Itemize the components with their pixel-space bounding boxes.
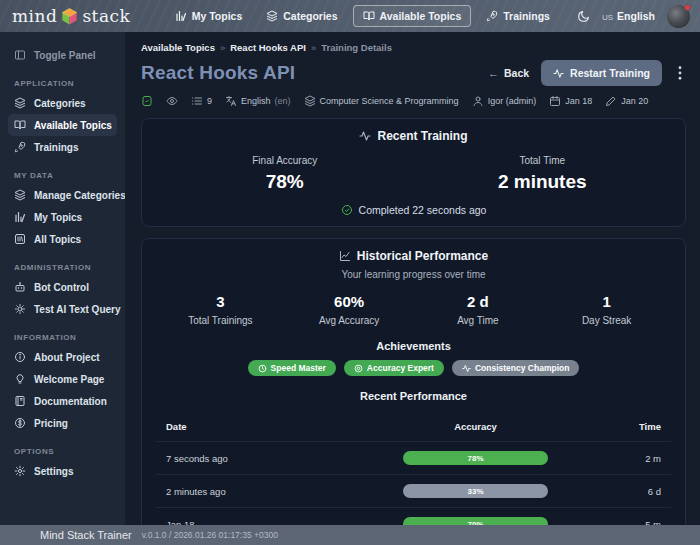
user-icon	[472, 95, 484, 107]
badge-label: Speed Master	[271, 363, 326, 373]
sidebar-item-manage-categories[interactable]: Manage Categories	[8, 184, 117, 206]
nav-trainings[interactable]: Trainings	[477, 6, 559, 26]
restart-training-button[interactable]: Restart Training	[541, 60, 662, 86]
open-book-icon	[363, 10, 375, 22]
sidebar-item-label: Manage Categories	[34, 190, 125, 201]
stat-avg-accuracy: 60% Avg Accuracy	[285, 293, 414, 326]
breadcrumb: Available Topics » React Hooks API » Tra…	[141, 42, 686, 53]
restart-label: Restart Training	[570, 67, 650, 79]
badge-label: Consistency Champion	[475, 363, 569, 373]
sidebar-item-label: Test AI Text Query	[34, 304, 121, 315]
nav-categories[interactable]: Categories	[257, 6, 346, 26]
sidebar-item-label: About Project	[34, 352, 100, 363]
accuracy-value: 33%	[468, 487, 484, 496]
navbar-menu: My Topics Categories Available Topics	[166, 5, 559, 27]
layers-icon	[266, 10, 278, 22]
sidebar-item-test-ai-text-query[interactable]: Test AI Text Query	[8, 298, 117, 320]
layers-icon	[14, 97, 26, 109]
sidebar-section-options: OPTIONS	[14, 447, 111, 456]
topic-meta-row: 9 English (en) Computer Science & Progra…	[141, 95, 686, 107]
accuracy-pill: 33%	[403, 484, 548, 498]
items-count-value: 9	[207, 96, 212, 106]
more-options-button[interactable]	[674, 64, 686, 82]
activity-icon	[359, 130, 371, 142]
calendar-icon	[549, 95, 561, 107]
clock-icon	[258, 364, 267, 373]
sidebar: Toggle Panel APPLICATION Categories Avai…	[0, 32, 125, 525]
sidebar-item-pricing[interactable]: Pricing	[8, 412, 117, 434]
header-date: Date	[166, 421, 350, 432]
sidebar-section-administration: ADMINISTRATION	[14, 263, 111, 272]
owner-value: Igor (admin)	[488, 96, 537, 106]
sidebar-item-label: My Topics	[34, 212, 82, 223]
app-logo[interactable]: mind stack	[12, 6, 130, 26]
stat-value: 1	[542, 293, 671, 310]
sidebar-item-bot-control[interactable]: Bot Control	[8, 276, 117, 298]
toggle-panel-button[interactable]: Toggle Panel	[8, 44, 117, 66]
table-row: Jan 18 70% 5 m	[156, 508, 671, 525]
items-count-chip: 9	[191, 95, 212, 107]
accuracy-value: 78%	[468, 454, 484, 463]
sidebar-item-label: Pricing	[34, 418, 68, 429]
logo-text-mind: mind	[12, 6, 57, 26]
layers-icon	[304, 95, 316, 107]
stat-value: 60%	[285, 293, 414, 310]
stat-label: Day Streak	[542, 315, 671, 326]
sidebar-item-settings[interactable]: Settings	[8, 460, 117, 482]
stat-value: 3	[156, 293, 285, 310]
language-switcher[interactable]: US English	[602, 10, 655, 22]
sidebar-section-information: INFORMATION	[14, 333, 111, 342]
back-button[interactable]: ← Back	[488, 67, 529, 79]
sidebar-item-documentation[interactable]: Documentation	[8, 390, 117, 412]
check-circle-icon	[341, 204, 353, 216]
recent-training-stats: Final Accuracy 78% Total Time 2 minutes	[156, 155, 671, 193]
sidebar-item-available-topics[interactable]: Available Topics	[8, 114, 117, 136]
sidebar-item-about-project[interactable]: About Project	[8, 346, 117, 368]
created-date-value: Jan 18	[565, 96, 592, 106]
open-book-icon	[14, 119, 26, 131]
nav-my-topics-label: My Topics	[192, 10, 243, 22]
badge-consistency-champion: Consistency Champion	[452, 360, 579, 376]
page-title: React Hooks API	[141, 62, 295, 84]
sidebar-item-categories[interactable]: Categories	[8, 92, 117, 114]
breadcrumb-react-hooks-api[interactable]: React Hooks API	[230, 42, 306, 53]
header-actions: ← Back Restart Training	[488, 60, 686, 86]
moon-icon[interactable]	[577, 10, 590, 23]
language-suffix: (en)	[275, 96, 291, 106]
navbar-right: US English	[577, 5, 690, 28]
language-name: English	[617, 10, 655, 22]
visibility-chip	[166, 95, 178, 107]
historical-performance-card: Historical Performance Your learning pro…	[141, 238, 686, 525]
created-date-chip: Jan 18	[549, 95, 592, 107]
stat-label: Avg Time	[414, 315, 543, 326]
row-accuracy-cell: 33%	[350, 484, 601, 498]
breadcrumb-available-topics[interactable]: Available Topics	[141, 42, 215, 53]
sidebar-item-my-topics[interactable]: My Topics	[8, 206, 117, 228]
nav-trainings-label: Trainings	[503, 10, 550, 22]
sidebar-item-welcome-page[interactable]: Welcome Page	[8, 368, 117, 390]
sidebar-item-all-topics[interactable]: All Topics	[8, 228, 117, 250]
category-chip: Computer Science & Programming	[304, 95, 459, 107]
language-value: English	[241, 96, 271, 106]
page-header: React Hooks API ← Back Restart Training	[141, 60, 686, 86]
sidebar-item-trainings[interactable]: Trainings	[8, 136, 117, 158]
user-avatar[interactable]	[667, 5, 690, 28]
gear-icon	[14, 465, 26, 477]
row-accuracy-cell: 70%	[350, 517, 601, 525]
final-accuracy-stat: Final Accuracy 78%	[156, 155, 414, 193]
nav-my-topics[interactable]: My Topics	[166, 6, 252, 26]
breadcrumb-separator: »	[220, 42, 225, 53]
breadcrumb-separator: »	[311, 42, 316, 53]
stat-value: 2 d	[414, 293, 543, 310]
activity-icon	[553, 68, 564, 79]
completed-text: Completed 22 seconds ago	[359, 204, 487, 216]
row-accuracy-cell: 78%	[350, 451, 601, 465]
nav-categories-label: Categories	[283, 10, 337, 22]
target-icon	[354, 364, 363, 373]
updated-date-chip: Jan 20	[605, 95, 648, 107]
footer-app-name: Mind Stack Trainer	[40, 529, 132, 541]
bar-chart-icon	[175, 10, 187, 22]
nav-available-topics[interactable]: Available Topics	[353, 5, 472, 27]
recent-training-card: Recent Training Final Accuracy 78% Total…	[141, 118, 686, 227]
row-time: 6 d	[601, 486, 661, 497]
